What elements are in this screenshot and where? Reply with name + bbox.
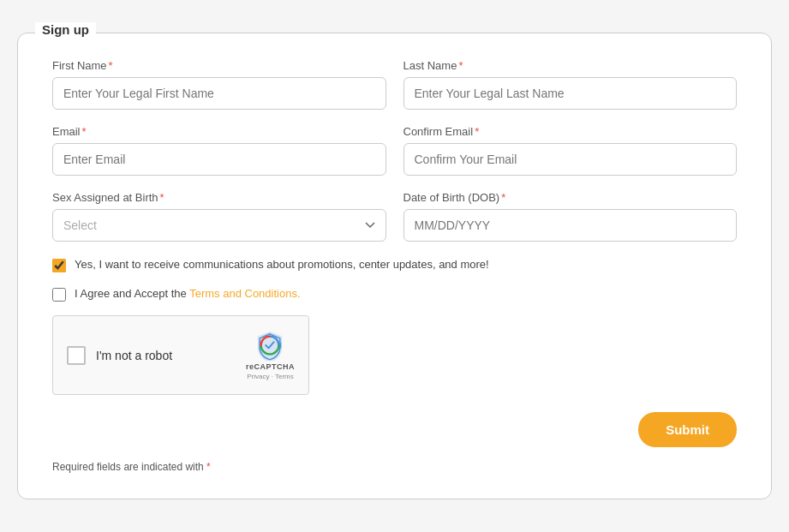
submit-row: Submit bbox=[52, 412, 737, 447]
dob-required-star: * bbox=[501, 191, 505, 204]
first-name-input[interactable] bbox=[52, 77, 386, 110]
sex-required-star: * bbox=[160, 191, 164, 204]
confirm-email-group: Confirm Email* bbox=[403, 125, 738, 176]
recaptcha-left: I'm not a robot bbox=[67, 346, 172, 365]
confirm-email-label: Confirm Email* bbox=[403, 125, 738, 138]
recaptcha-label: I'm not a robot bbox=[96, 349, 172, 362]
signup-form: Sign up First Name* Last Name* Email* Co… bbox=[17, 33, 772, 499]
last-name-input[interactable] bbox=[403, 77, 738, 110]
confirm-email-input[interactable] bbox=[403, 143, 738, 176]
first-name-group: First Name* bbox=[52, 59, 386, 110]
promotions-checkbox[interactable] bbox=[52, 259, 66, 272]
confirm-email-required-star: * bbox=[475, 125, 479, 138]
required-note: Required fields are indicated with * bbox=[52, 461, 737, 473]
form-title: Sign up bbox=[35, 22, 96, 37]
email-required-star: * bbox=[82, 125, 87, 138]
sex-group: Sex Assigned at Birth* Select Male Femal… bbox=[52, 191, 386, 242]
recaptcha-brand: reCAPTCHA bbox=[246, 362, 295, 371]
dob-group: Date of Birth (DOB)* bbox=[403, 191, 738, 242]
name-row: First Name* Last Name* bbox=[52, 59, 737, 110]
sex-label: Sex Assigned at Birth* bbox=[52, 191, 386, 204]
required-note-star: * bbox=[206, 461, 211, 473]
last-name-label: Last Name* bbox=[403, 59, 738, 72]
promotions-label: Yes, I want to receive communications ab… bbox=[75, 257, 489, 272]
email-row: Email* Confirm Email* bbox=[52, 125, 737, 176]
terms-checkbox-row: I Agree and Accept the Terms and Conditi… bbox=[52, 286, 737, 302]
promotions-checkbox-row: Yes, I want to receive communications ab… bbox=[52, 257, 737, 272]
first-name-required-star: * bbox=[109, 59, 113, 72]
email-group: Email* bbox=[52, 125, 386, 176]
terms-checkbox[interactable] bbox=[52, 288, 66, 302]
last-name-group: Last Name* bbox=[403, 59, 738, 110]
recaptcha-logo-icon bbox=[254, 330, 285, 361]
recaptcha-widget[interactable]: I'm not a robot reCAPTCHA Privacy · Term… bbox=[52, 315, 309, 395]
sex-dob-row: Sex Assigned at Birth* Select Male Femal… bbox=[52, 191, 737, 242]
terms-label: I Agree and Accept the Terms and Conditi… bbox=[75, 286, 301, 302]
first-name-label: First Name* bbox=[52, 59, 386, 72]
email-label: Email* bbox=[52, 125, 386, 138]
recaptcha-right: reCAPTCHA Privacy · Terms bbox=[246, 330, 295, 380]
recaptcha-checkbox[interactable] bbox=[67, 346, 86, 365]
dob-label: Date of Birth (DOB)* bbox=[403, 191, 738, 204]
recaptcha-links: Privacy · Terms bbox=[247, 373, 294, 380]
email-input[interactable] bbox=[52, 143, 386, 176]
submit-button[interactable]: Submit bbox=[638, 412, 737, 447]
last-name-required-star: * bbox=[458, 59, 463, 72]
terms-link[interactable]: Terms and Conditions. bbox=[189, 287, 300, 300]
dob-input[interactable] bbox=[403, 209, 738, 242]
sex-select[interactable]: Select Male Female Other Prefer not to s… bbox=[52, 209, 386, 242]
